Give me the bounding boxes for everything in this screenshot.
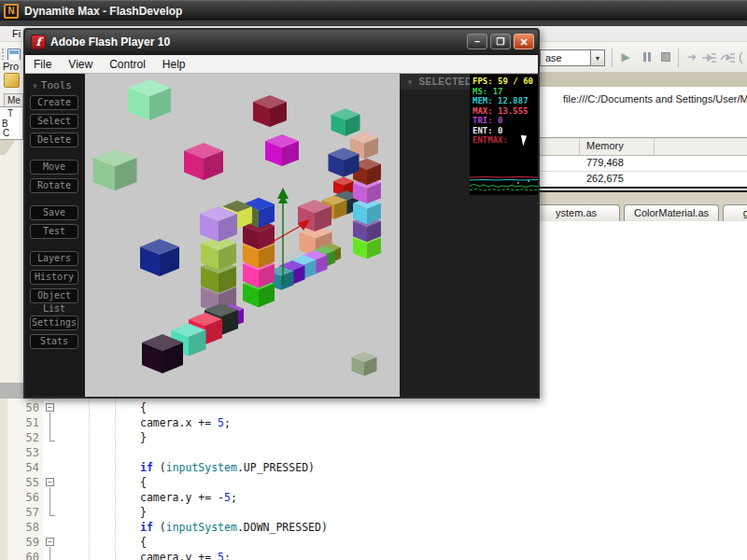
tool-button-test[interactable]: Test <box>30 224 78 239</box>
menu-file-clipped[interactable]: Fi <box>12 28 21 39</box>
play-button[interactable]: ▶ <box>617 49 634 66</box>
line-number: 51 <box>7 416 39 429</box>
toolbar-separator <box>612 49 613 67</box>
flash-player-titlebar[interactable]: f Adobe Flash Player 10 – ❐ ✕ <box>25 30 538 55</box>
close-button[interactable]: ✕ <box>514 34 534 49</box>
stat-line: TRI: 0 <box>472 116 538 126</box>
cube[interactable] <box>331 108 360 135</box>
stat-line: MS: 17 <box>472 87 538 97</box>
tool-button-delete[interactable]: Delete <box>30 133 78 147</box>
code-line[interactable]: 52} <box>0 430 747 445</box>
stop-button[interactable] <box>661 52 670 62</box>
code-line[interactable]: 56camera.y += -5; <box>0 490 747 505</box>
code-line[interactable]: 54if (inputSystem.UP_PRESSED) <box>0 460 747 475</box>
line-number: 53 <box>7 446 39 459</box>
code-line[interactable]: 58if (inputSystem.DOWN_PRESSED) <box>0 520 747 535</box>
cube[interactable] <box>352 352 377 376</box>
document-tab-2[interactable]: ColorMaterial.as <box>624 204 719 221</box>
cube[interactable] <box>253 95 287 127</box>
cube[interactable] <box>128 79 171 120</box>
panel-body <box>0 155 23 383</box>
stat-line: FPS: 59 / 60 <box>472 77 538 87</box>
flash-player-menubar: FileViewControlHelp <box>25 55 538 74</box>
project-panel-tab[interactable]: Me <box>4 93 23 106</box>
tool-button-rotate[interactable]: Rotate <box>30 178 78 193</box>
line-number: 60 <box>7 551 39 560</box>
editor-background-right <box>540 221 747 401</box>
cube[interactable] <box>200 206 237 242</box>
player-menu-control[interactable]: Control <box>101 56 154 71</box>
combo-dropdown-arrow-icon[interactable]: ▼ <box>590 49 605 66</box>
stat-line: MEM: 12.887 <box>472 96 538 106</box>
3d-viewport[interactable] <box>85 74 400 397</box>
step-into-icon[interactable] <box>702 52 716 63</box>
flashdevelop-titlebar[interactable]: N Dynamite Max - FlashDevelop <box>0 0 747 21</box>
code-text: { <box>140 401 147 414</box>
toolbar-partial-icon[interactable]: ( <box>739 49 742 63</box>
player-menu-view[interactable]: View <box>60 56 101 71</box>
build-config-combobox[interactable]: ase <box>540 49 590 66</box>
panel-corner-decoration <box>0 140 23 155</box>
output-file-url: file:///C:/Documents and Settings/User/M <box>563 93 747 105</box>
tool-button-object-list[interactable]: Object List <box>30 288 78 303</box>
tool-button-move[interactable]: Move <box>30 160 78 175</box>
memory-table: Memory 779,468262,675 <box>540 137 747 187</box>
code-line[interactable]: 57} <box>0 505 747 520</box>
player-menu-file[interactable]: File <box>25 56 60 71</box>
line-number: 59 <box>7 536 39 549</box>
cube[interactable] <box>142 334 183 373</box>
tool-button-create[interactable]: Create <box>30 95 78 110</box>
fold-line <box>49 430 50 441</box>
toolbar-separator <box>678 49 679 67</box>
continue-button[interactable]: ➜ <box>684 49 700 66</box>
cube[interactable] <box>184 143 223 180</box>
code-text: { <box>140 476 147 489</box>
cube[interactable] <box>140 239 179 276</box>
screen: N Dynamite Max - FlashDevelop Fi ase ▼ ▶… <box>0 0 747 560</box>
code-text: if (inputSystem.UP_PRESSED) <box>140 461 315 474</box>
player-menu-help[interactable]: Help <box>154 56 194 71</box>
tool-button-select[interactable]: Select <box>30 114 78 129</box>
code-line[interactable]: 50−{ <box>0 400 747 415</box>
fold-line <box>49 490 50 505</box>
collapse-triangle-icon: ▼ <box>33 82 37 91</box>
package-icon[interactable] <box>4 73 20 88</box>
fold-collapse-marker[interactable]: − <box>46 538 54 546</box>
fold-line <box>49 505 50 515</box>
code-line[interactable]: 60camera.y += 5; <box>0 550 747 560</box>
pause-button[interactable] <box>639 49 655 66</box>
code-line[interactable]: 51camera.x += 5; <box>0 415 747 430</box>
cube[interactable] <box>93 149 137 191</box>
line-number: 56 <box>7 491 39 504</box>
memory-value: 779,468 <box>586 157 624 168</box>
tool-button-layers[interactable]: Layers <box>30 251 78 266</box>
code-text: } <box>140 506 147 519</box>
document-tab-1[interactable]: ystem.as <box>532 204 620 221</box>
cube[interactable] <box>329 147 359 176</box>
maximize-button[interactable]: ❐ <box>490 34 511 49</box>
memory-table-row: 779,468 <box>540 156 747 172</box>
fold-collapse-marker[interactable]: − <box>46 478 54 486</box>
cube[interactable] <box>265 134 299 166</box>
code-line[interactable]: 59−{ <box>0 535 747 550</box>
code-editor[interactable]: 50−{51camera.x += 5;52}5354if (inputSyst… <box>0 399 747 560</box>
fold-line-end <box>49 515 55 516</box>
flashdevelop-window-title: Dynamite Max - FlashDevelop <box>24 5 182 18</box>
fold-collapse-marker[interactable]: − <box>46 403 54 412</box>
document-tab-3[interactable]: gameSy <box>723 204 747 221</box>
tool-button-settings[interactable]: Settings <box>30 315 78 330</box>
tool-button-stats[interactable]: Stats <box>30 334 78 349</box>
code-text: if (inputSystem.DOWN_PRESSED) <box>140 521 328 534</box>
tools-panel-header[interactable]: ▼Tools <box>25 74 85 95</box>
stat-line: ENT: 0 <box>472 126 538 136</box>
code-line[interactable]: 55−{ <box>0 475 747 490</box>
code-line[interactable]: 53 <box>0 445 747 460</box>
minimize-button[interactable]: – <box>467 34 487 49</box>
line-number: 52 <box>7 431 39 444</box>
tool-button-history[interactable]: History <box>30 270 78 285</box>
tool-button-save[interactable]: Save <box>30 205 78 220</box>
stat-line: MAX: 13.555 <box>472 106 538 117</box>
memory-column-header: Memory <box>586 140 624 151</box>
fold-line <box>49 415 50 430</box>
step-over-icon[interactable] <box>721 52 735 63</box>
